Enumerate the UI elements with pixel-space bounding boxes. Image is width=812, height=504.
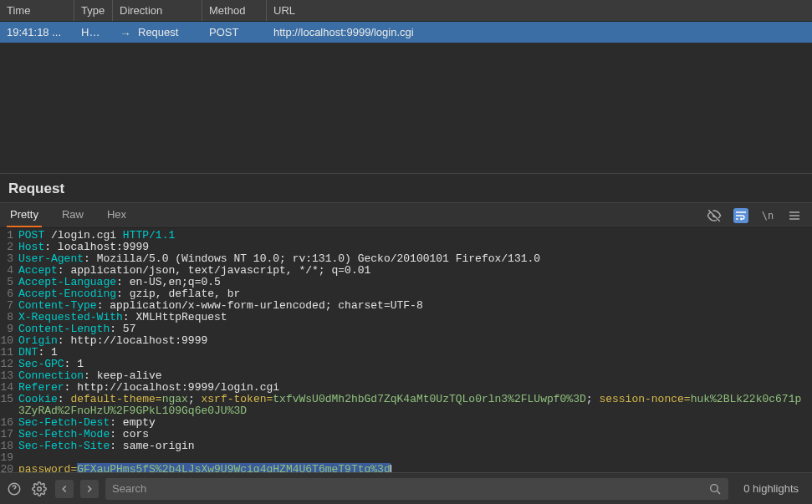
cell-method: POST [202, 22, 267, 43]
network-table-pane: Time Type Direction Method URL 19:41:18 … [0, 0, 812, 174]
search-box[interactable] [105, 478, 728, 500]
back-button[interactable] [55, 480, 74, 498]
column-header-type[interactable]: Type [74, 0, 113, 21]
help-icon[interactable] [5, 480, 23, 498]
forward-button[interactable] [80, 480, 99, 498]
menu-icon[interactable] [787, 208, 802, 223]
highlights-count: 0 highlights [735, 482, 807, 495]
search-input[interactable] [112, 482, 708, 495]
svg-point-1 [38, 486, 42, 491]
wrap-icon[interactable] [733, 208, 748, 223]
search-icon[interactable] [708, 482, 722, 496]
column-header-direction[interactable]: Direction [113, 0, 202, 21]
tab-raw[interactable]: Raw [59, 203, 87, 227]
code-editor[interactable]: 1POST /login.cgi HTTP/1.1 2Host: localho… [0, 228, 812, 472]
svg-point-2 [711, 484, 718, 491]
column-header-url[interactable]: URL [267, 0, 812, 21]
tab-bar: Pretty Raw Hex \n [0, 203, 812, 228]
gear-icon[interactable] [30, 480, 49, 498]
table-row[interactable]: 19:41:18 ... HTTP Request POST http://lo… [0, 22, 812, 43]
column-header-time[interactable]: Time [0, 0, 74, 21]
newline-toggle[interactable]: \n [760, 208, 775, 223]
table-empty-area [0, 43, 812, 173]
bottom-toolbar: 0 highlights [0, 472, 812, 504]
cell-time: 19:41:18 ... [0, 22, 74, 43]
request-section: Request Pretty Raw Hex \n 1POST /login.c… [0, 174, 812, 472]
tab-hex[interactable]: Hex [104, 203, 130, 227]
hide-icon[interactable] [707, 208, 722, 223]
column-header-method[interactable]: Method [202, 0, 267, 21]
tabs: Pretty Raw Hex [7, 203, 130, 227]
cell-type: HTTP [74, 22, 113, 43]
section-title: Request [0, 174, 812, 203]
direction-text: Request [138, 26, 178, 38]
tab-pretty[interactable]: Pretty [7, 203, 42, 227]
table-header-row: Time Type Direction Method URL [0, 0, 812, 22]
tab-toolbar: \n [707, 208, 805, 223]
cell-url: http://localhost:9999/login.cgi [267, 22, 812, 43]
arrow-right-icon [120, 27, 131, 38]
cell-direction: Request [113, 22, 202, 43]
text-cursor [391, 465, 391, 472]
